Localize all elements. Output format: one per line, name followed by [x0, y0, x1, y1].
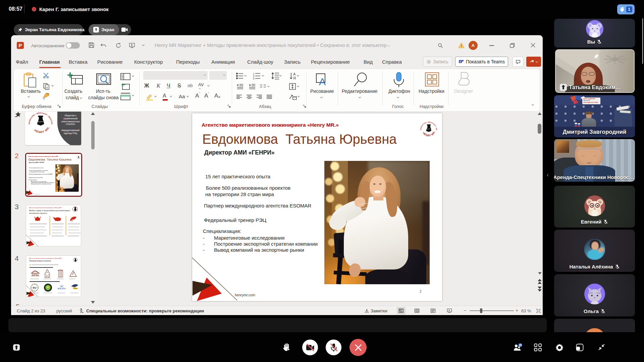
- svg-text:T: T: [460, 61, 461, 63]
- svg-text:25: 25: [519, 344, 522, 347]
- svg-text:MERCOSUR: MERCOSUR: [58, 288, 66, 290]
- svg-text:3: 3: [253, 77, 255, 79]
- svg-text:А: А: [293, 72, 296, 76]
- svg-text:Я: Я: [293, 76, 296, 80]
- svg-text:A: A: [319, 76, 326, 87]
